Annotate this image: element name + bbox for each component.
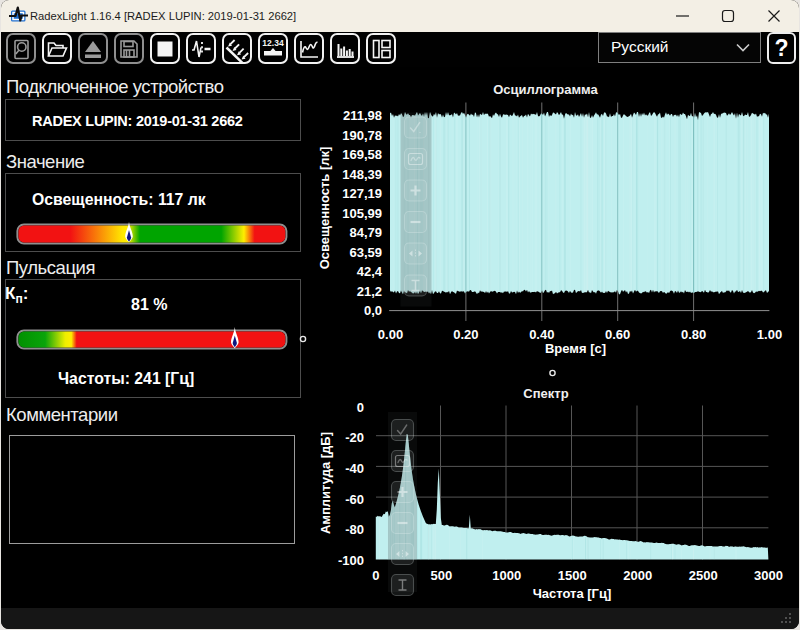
- svg-text:127,19: 127,19: [342, 186, 382, 201]
- svg-text:42,4: 42,4: [357, 264, 383, 279]
- svg-text:-80: -80: [345, 522, 364, 537]
- svg-text:63,59: 63,59: [349, 245, 382, 260]
- svg-text:500: 500: [431, 568, 453, 583]
- svg-text:148,39: 148,39: [342, 167, 382, 182]
- svg-text:0.00: 0.00: [378, 327, 403, 342]
- svg-text:1.00: 1.00: [757, 327, 782, 342]
- svg-text:0.60: 0.60: [605, 327, 630, 342]
- svg-text:84,79: 84,79: [349, 225, 382, 240]
- svg-text:1500: 1500: [558, 568, 587, 583]
- svg-text:Осциллограмма: Осциллограмма: [493, 82, 598, 97]
- svg-text:-20: -20: [345, 430, 364, 445]
- svg-text:190,78: 190,78: [342, 128, 382, 143]
- svg-text:2000: 2000: [623, 568, 652, 583]
- svg-text:-60: -60: [345, 492, 364, 507]
- svg-text:-100: -100: [338, 553, 364, 568]
- svg-text:Спектр: Спектр: [523, 386, 568, 401]
- svg-text:3000: 3000: [754, 568, 783, 583]
- svg-text:169,58: 169,58: [342, 147, 382, 162]
- svg-text:21,2: 21,2: [357, 284, 382, 299]
- svg-text:0: 0: [357, 400, 364, 415]
- svg-text:0.80: 0.80: [681, 327, 706, 342]
- svg-text:-40: -40: [345, 461, 364, 476]
- svg-text:1000: 1000: [492, 568, 521, 583]
- svg-text:Освещенность [лк]: Освещенность [лк]: [317, 147, 332, 270]
- svg-text:0.20: 0.20: [453, 327, 478, 342]
- svg-text:2500: 2500: [689, 568, 718, 583]
- svg-text:105,99: 105,99: [342, 206, 382, 221]
- svg-text:0.40: 0.40: [529, 327, 554, 342]
- svg-text:0,0: 0,0: [364, 303, 382, 318]
- svg-text:Время [с]: Время [с]: [545, 341, 606, 356]
- svg-text:Амплитуда [дБ]: Амплитуда [дБ]: [318, 432, 333, 534]
- svg-text:0: 0: [372, 568, 379, 583]
- svg-text:211,98: 211,98: [343, 108, 382, 123]
- svg-text:Частота [Гц]: Частота [Гц]: [533, 586, 612, 601]
